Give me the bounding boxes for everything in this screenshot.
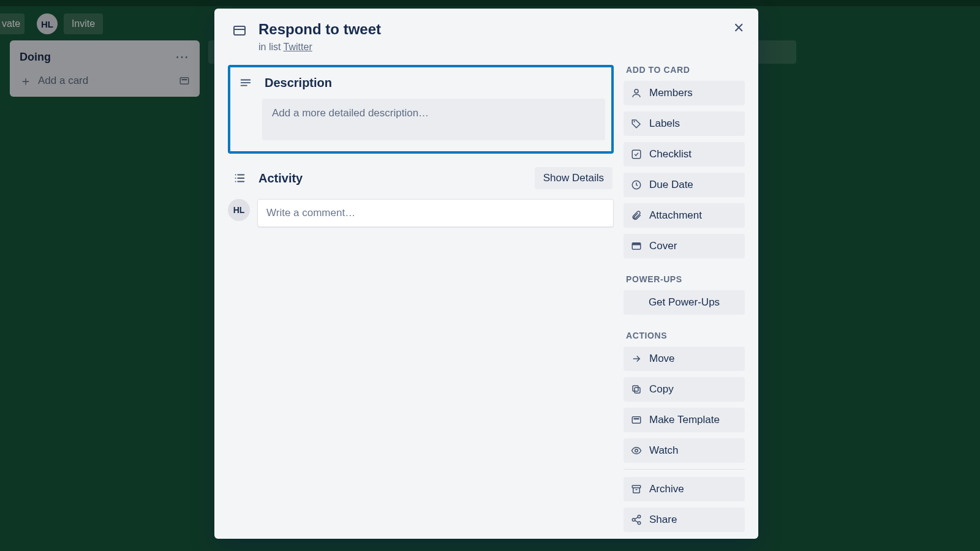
sidebar-item-label: Due Date — [649, 179, 693, 191]
cover-button[interactable]: Cover — [624, 234, 745, 258]
activity-heading: Activity — [258, 171, 303, 186]
card-icon — [230, 20, 249, 38]
comment-input[interactable]: Write a comment… — [257, 199, 614, 227]
share-button[interactable]: Share — [624, 508, 745, 532]
svg-rect-15 — [632, 150, 641, 159]
svg-rect-18 — [632, 243, 641, 246]
user-icon — [631, 88, 642, 99]
members-button[interactable]: Members — [624, 81, 745, 105]
sidebar-item-label: Get Power-Ups — [649, 296, 720, 309]
svg-rect-20 — [633, 386, 638, 391]
list-link[interactable]: Twitter — [284, 42, 312, 52]
add-to-card-heading: ADD TO CARD — [626, 65, 745, 75]
sidebar-item-label: Copy — [649, 383, 674, 395]
move-button[interactable]: Move — [624, 347, 745, 371]
actions-heading: ACTIONS — [626, 331, 745, 340]
make-template-button[interactable]: Make Template — [624, 408, 745, 432]
svg-point-14 — [634, 121, 635, 122]
svg-rect-24 — [632, 485, 641, 488]
get-power-ups-button[interactable]: Get Power-Ups — [624, 290, 745, 315]
description-heading: Description — [265, 76, 332, 90]
svg-rect-19 — [635, 388, 640, 393]
copy-button[interactable]: Copy — [624, 377, 745, 402]
card-title[interactable]: Respond to tweet — [258, 20, 745, 42]
description-section: Description Add a more detailed descript… — [228, 65, 614, 154]
watch-button[interactable]: Watch — [624, 438, 745, 463]
sidebar-item-label: Labels — [649, 118, 680, 130]
copy-icon — [631, 384, 642, 395]
check-icon — [631, 149, 642, 160]
svg-rect-2 — [234, 26, 245, 35]
sidebar-item-label: Make Template — [649, 414, 720, 426]
sidebar-item-label: Attachment — [649, 209, 702, 222]
archive-button[interactable]: Archive — [624, 477, 745, 501]
sidebar-item-label: Archive — [649, 483, 684, 495]
eye-icon — [631, 445, 642, 456]
checklist-button[interactable]: Checklist — [624, 142, 745, 167]
cover-icon — [631, 241, 642, 252]
clock-icon — [631, 179, 642, 190]
divider — [624, 469, 745, 470]
svg-point-23 — [635, 449, 638, 452]
card-modal: ✕ Respond to tweet in list Twitter Descr… — [214, 9, 758, 539]
svg-line-30 — [635, 520, 638, 522]
show-details-button[interactable]: Show Details — [535, 167, 612, 189]
template-icon — [631, 414, 642, 425]
svg-point-28 — [638, 522, 641, 525]
description-input[interactable]: Add a more detailed description… — [262, 99, 605, 140]
share-icon — [631, 514, 642, 525]
power-ups-heading: POWER-UPS — [626, 274, 745, 284]
paperclip-icon — [631, 210, 642, 221]
sidebar-item-label: Watch — [649, 444, 679, 457]
card-in-list: in list Twitter — [258, 42, 745, 53]
svg-point-26 — [638, 515, 641, 519]
arrow-right-icon — [631, 353, 642, 364]
sidebar-item-label: Members — [649, 87, 693, 99]
activity-icon — [230, 171, 249, 185]
sidebar-item-label: Cover — [649, 240, 677, 252]
svg-point-13 — [635, 89, 638, 93]
labels-button[interactable]: Labels — [624, 111, 745, 136]
svg-point-27 — [632, 519, 635, 522]
tag-icon — [631, 118, 642, 129]
svg-line-29 — [635, 517, 638, 519]
activity-section: Activity Show Details HL Write a comment… — [228, 167, 614, 227]
attachment-button[interactable]: Attachment — [624, 203, 745, 228]
due-date-button[interactable]: Due Date — [624, 173, 745, 197]
avatar: HL — [228, 199, 250, 221]
close-icon[interactable]: ✕ — [728, 17, 750, 39]
sidebar-item-label: Checklist — [649, 148, 692, 160]
svg-rect-22 — [634, 418, 639, 419]
card-sidebar: ADD TO CARD Members Labels Checklist Due… — [624, 65, 745, 548]
svg-rect-21 — [632, 417, 641, 424]
sidebar-item-label: Move — [649, 353, 675, 365]
archive-icon — [631, 484, 642, 495]
sidebar-item-label: Share — [649, 514, 677, 526]
description-icon — [236, 77, 255, 90]
